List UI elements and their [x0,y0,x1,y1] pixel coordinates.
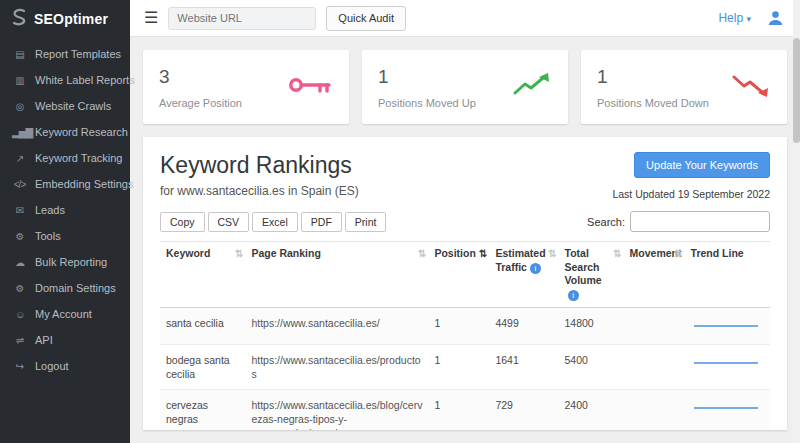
stat-value: 1 [597,66,709,88]
sidebar-item-report-templates[interactable]: ▤Report Templates [0,41,130,67]
info-icon[interactable]: i [568,290,579,301]
sidebar-item-label: Website Crawls [35,100,111,112]
quick-audit-button[interactable]: Quick Audit [326,6,406,31]
column-header-movement[interactable]: Movement⇅ [624,242,685,308]
stat-value: 1 [378,66,476,88]
scrollbar-track[interactable] [793,0,800,443]
sidebar-item-bulk-reporting[interactable]: ☁Bulk Reporting [0,249,130,275]
cell-page-ranking: https://www.santacecilia.es/productos [245,344,428,389]
user-account-icon[interactable] [765,8,786,28]
sidebar-item-keyword-research[interactable]: ▂▅▇Keyword Research [0,119,130,145]
page-title: Keyword Rankings [160,152,359,179]
column-header-search-volume[interactable]: Total Search Volumei⇅ [559,242,624,308]
column-header-position[interactable]: Position⇅ [428,242,489,308]
app-window: SEOptimer ▤Report Templates▥White Label … [0,0,800,443]
cloud-icon: ☁ [12,257,27,268]
rank-header: Keyword Rankings for www.santacecilia.es… [160,152,770,200]
cell-movement [624,307,685,344]
topbar-right: Help ▾ [718,8,786,28]
keyword-rankings-card: Keyword Rankings for www.santacecilia.es… [143,137,787,430]
table-toolbar: CopyCSVExcelPDFPrint Search: [160,211,770,232]
export-csv-button[interactable]: CSV [208,212,250,232]
code-embed-icon: </> [12,179,27,190]
cell-keyword: bodega santa cecilia [160,344,245,389]
column-label: Trend Line [691,247,744,259]
trend-sparkline [691,316,761,336]
sidebar-item-api[interactable]: ⇌API [0,327,130,353]
export-copy-button[interactable]: Copy [160,212,205,232]
cell-position: 1 [428,344,489,389]
topbar: ☰ Quick Audit Help ▾ [130,0,800,37]
sidebar-item-tools[interactable]: ⚙Tools [0,223,130,249]
logout-icon: ↪ [12,361,27,372]
key-icon [287,73,333,101]
column-header-estimated-traffic[interactable]: Estimated Traffici⇅ [489,242,558,308]
sort-icon: ⇅ [613,247,621,260]
sidebar-item-label: Tools [35,230,61,242]
sidebar-item-white-label-reports[interactable]: ▥White Label Reports [0,67,130,93]
scrollbar-thumb[interactable] [793,38,800,143]
gear-icon: ⚙ [12,283,27,294]
export-excel-button[interactable]: Excel [252,212,298,232]
content-area: ☰ Quick Audit Help ▾ 3 Average Position [130,0,800,443]
sidebar-item-label: White Label Reports [35,74,135,86]
sidebar-item-embedding-settings[interactable]: </>Embedding Settings [0,171,130,197]
stat-label: Average Position [159,97,242,109]
sidebar-item-my-account[interactable]: ☺My Account [0,301,130,327]
column-label: Total Search Volume [565,247,602,286]
sidebar-item-label: Keyword Tracking [35,152,122,164]
update-keywords-button[interactable]: Update Your Keywords [634,152,770,178]
sidebar-item-website-crawls[interactable]: ◎Website Crawls [0,93,130,119]
trend-sparkline [691,353,761,373]
sidebar-item-leads[interactable]: ✉Leads [0,197,130,223]
export-buttons: CopyCSVExcelPDFPrint [160,212,389,232]
column-label: Page Ranking [251,247,320,259]
main: 3 Average Position 1 Positions Moved Up [130,37,800,443]
help-menu[interactable]: Help ▾ [718,11,751,25]
table-row: santa ceciliahttps://www.santacecilia.es… [160,307,770,344]
search-input[interactable] [630,211,770,232]
info-icon[interactable]: i [530,263,541,274]
sidebar-item-label: API [35,334,53,346]
report-templates-icon: ▤ [12,49,27,60]
sidebar-item-logout[interactable]: ↪Logout [0,353,130,379]
white-label-reports-icon: ▥ [12,75,27,86]
envelope-icon: ✉ [12,205,27,216]
cell-keyword: cervezas negras [160,389,245,430]
chevron-down-icon: ▾ [746,14,751,24]
sidebar-item-label: Bulk Reporting [35,256,107,268]
cell-keyword: santa cecilia [160,307,245,344]
logo[interactable]: SEOptimer [0,0,130,37]
trend-sparkline [691,398,761,418]
export-print-button[interactable]: Print [345,212,387,232]
cell-movement [624,389,685,430]
page-subtitle: for www.santacecilia.es in Spain (ES) [160,184,359,198]
column-header-keyword[interactable]: Keyword⇅ [160,242,245,308]
keyword-rankings-table: Keyword⇅Page Ranking⇅Position⇅Estimated … [160,241,770,430]
search-icon: ◎ [12,101,27,112]
export-pdf-button[interactable]: PDF [301,212,342,232]
sidebar-item-label: Keyword Research [35,126,128,138]
stat-card-positions-moved-up: 1 Positions Moved Up [362,50,568,124]
table-header-row: Keyword⇅Page Ranking⇅Position⇅Estimated … [160,242,770,308]
trend-line-icon: ↗ [12,153,27,164]
sidebar-item-label: Leads [35,204,65,216]
stat-value: 3 [159,66,242,88]
column-header-page-ranking[interactable]: Page Ranking⇅ [245,242,428,308]
sidebar-item-domain-settings[interactable]: ⚙Domain Settings [0,275,130,301]
cell-search-volume: 14800 [559,307,624,344]
stat-card-average-position: 3 Average Position [143,50,349,124]
cell-position: 1 [428,307,489,344]
trend-up-icon [512,72,552,102]
menu-icon[interactable]: ☰ [144,10,158,26]
cell-trend-line [685,344,770,389]
logo-text: SEOptimer [34,11,108,27]
cell-position: 1 [428,389,489,430]
cell-estimated-traffic: 729 [489,389,558,430]
table-row: bodega santa ceciliahttps://www.santacec… [160,344,770,389]
sort-icon: ⇅ [235,247,243,260]
table-row: cervezas negrashttps://www.santacecilia.… [160,389,770,430]
last-updated-text: Last Updated 19 September 2022 [612,188,770,200]
sidebar-item-keyword-tracking[interactable]: ↗Keyword Tracking [0,145,130,171]
website-url-input[interactable] [168,7,316,30]
